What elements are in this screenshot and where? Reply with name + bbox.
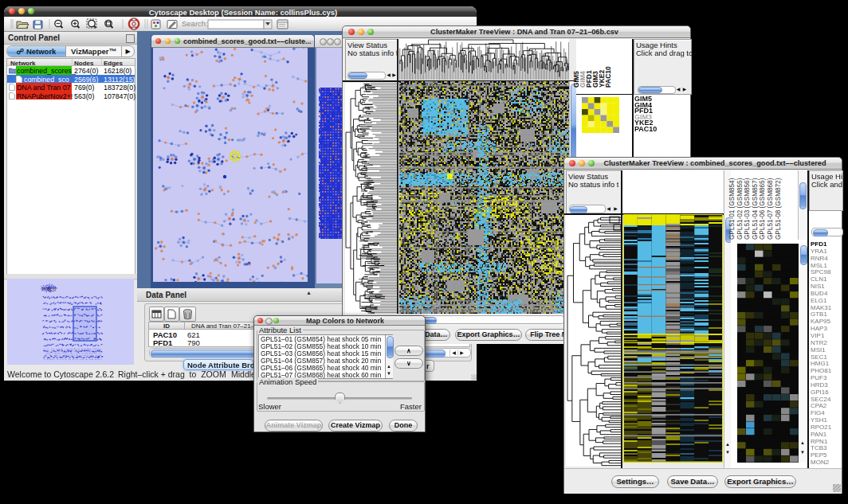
- svg-text:Search:: Search:: [182, 19, 208, 28]
